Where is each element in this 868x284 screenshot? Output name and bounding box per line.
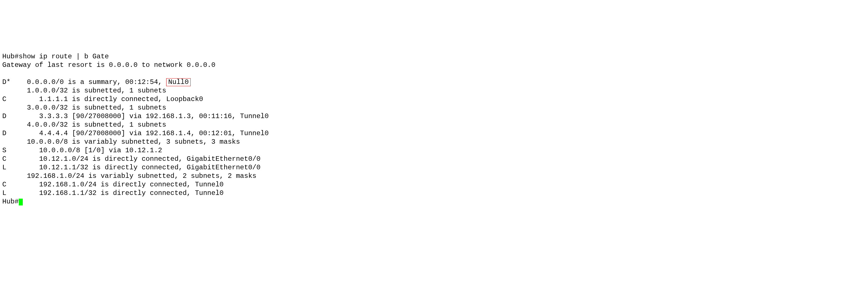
cursor-icon (19, 199, 23, 206)
route-line: 192.168.1.0/24 is variably subnetted, 2 … (2, 172, 256, 180)
route-line: L 10.12.1.1/32 is directly connected, Gi… (2, 164, 260, 171)
route-line: 10.0.0.0/8 is variably subnetted, 3 subn… (2, 138, 240, 146)
route-line: C 1.1.1.1 is directly connected, Loopbac… (2, 95, 203, 103)
route-line: C 10.12.1.0/24 is directly connected, Gi… (2, 155, 260, 163)
route-line: 4.0.0.0/32 is subnetted, 1 subnets (2, 121, 166, 129)
prompt: Hub# (2, 53, 19, 60)
route-line: 1.0.0.0/32 is subnetted, 1 subnets (2, 87, 166, 94)
route-line: L 192.168.1.1/32 is directly connected, … (2, 189, 224, 197)
route-line: 3.0.0.0/32 is subnetted, 1 subnets (2, 104, 166, 112)
route-line: D* 0.0.0.0/0 is a summary, 00:12:54, (2, 78, 166, 86)
route-line: S 10.0.0.0/8 [1/0] via 10.12.1.2 (2, 147, 162, 154)
terminal-output[interactable]: Hub#show ip route | b Gate Gateway of la… (0, 43, 868, 207)
route-line: C 192.168.1.0/24 is directly connected, … (2, 181, 224, 188)
command-text: show ip route | b Gate (19, 53, 109, 60)
route-line: Gateway of last resort is 0.0.0.0 to net… (2, 61, 215, 69)
route-line: D 4.4.4.4 [90/27008000] via 192.168.1.4,… (2, 129, 269, 137)
route-line: D 3.3.3.3 [90/27008000] via 192.168.1.3,… (2, 113, 269, 120)
highlight-null0: Null0 (166, 78, 191, 86)
prompt: Hub# (2, 198, 19, 206)
